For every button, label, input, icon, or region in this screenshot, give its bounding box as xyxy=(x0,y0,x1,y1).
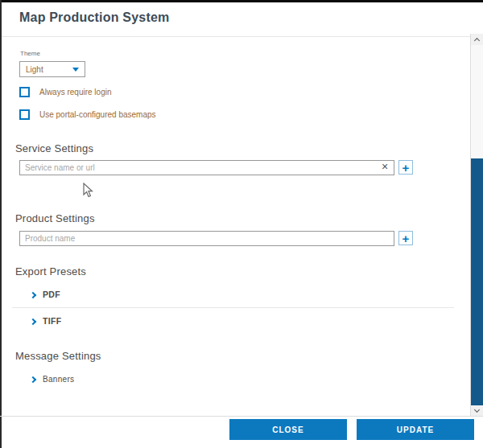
theme-selected-value: Light xyxy=(26,65,43,74)
chevron-right-icon xyxy=(30,318,36,324)
page-title: Map Production System xyxy=(19,10,169,25)
chevron-right-icon xyxy=(30,291,36,298)
portal-basemaps-checkbox[interactable] xyxy=(19,109,30,120)
clear-icon[interactable]: × xyxy=(378,160,391,173)
preset-label: Banners xyxy=(43,375,74,384)
mouse-cursor-icon xyxy=(83,183,93,198)
scroll-up-icon xyxy=(474,38,480,43)
checkbox-label: Always require login xyxy=(39,88,112,97)
banners-expander[interactable]: Banners xyxy=(31,373,74,384)
theme-label: Theme xyxy=(20,50,40,57)
portal-basemaps-row: Use portal-configured basemaps xyxy=(19,109,156,120)
pdf-preset-expander[interactable]: PDF xyxy=(31,289,60,300)
preset-label: TIFF xyxy=(43,316,61,326)
scroll-up-button[interactable] xyxy=(471,34,483,45)
scrollbar-thumb[interactable] xyxy=(471,158,483,408)
always-require-login-row: Always require login xyxy=(19,86,112,97)
window-left-border xyxy=(0,0,2,448)
vertical-scrollbar[interactable] xyxy=(470,34,483,417)
service-input-wrap: × xyxy=(19,159,394,175)
service-name-input[interactable] xyxy=(19,160,394,175)
preset-divider xyxy=(12,307,454,308)
add-product-button[interactable]: + xyxy=(398,231,413,245)
update-button[interactable]: UPDATE xyxy=(357,419,474,440)
chevron-right-icon xyxy=(30,376,36,382)
product-input-wrap xyxy=(19,230,394,245)
message-settings-heading: Message Settings xyxy=(15,350,101,362)
scroll-down-icon xyxy=(474,407,480,413)
theme-select[interactable]: Light xyxy=(19,61,85,77)
always-require-login-checkbox[interactable] xyxy=(19,87,30,97)
footer-divider xyxy=(0,416,483,417)
window-top-border xyxy=(0,0,483,2)
add-service-button[interactable]: + xyxy=(398,160,413,175)
product-name-input[interactable] xyxy=(19,231,394,246)
product-settings-heading: Product Settings xyxy=(15,212,95,224)
preset-label: PDF xyxy=(43,290,60,299)
caret-down-icon xyxy=(72,68,79,72)
export-presets-heading: Export Presets xyxy=(15,265,86,277)
title-divider xyxy=(2,36,470,37)
map-production-system-dialog: Map Production System Theme Light Always… xyxy=(0,0,483,448)
tiff-preset-expander[interactable]: TIFF xyxy=(31,315,61,327)
service-settings-heading: Service Settings xyxy=(15,142,93,154)
checkbox-label: Use portal-configured basemaps xyxy=(39,110,156,119)
close-button[interactable]: CLOSE xyxy=(229,419,347,440)
scroll-down-button[interactable] xyxy=(471,405,483,417)
